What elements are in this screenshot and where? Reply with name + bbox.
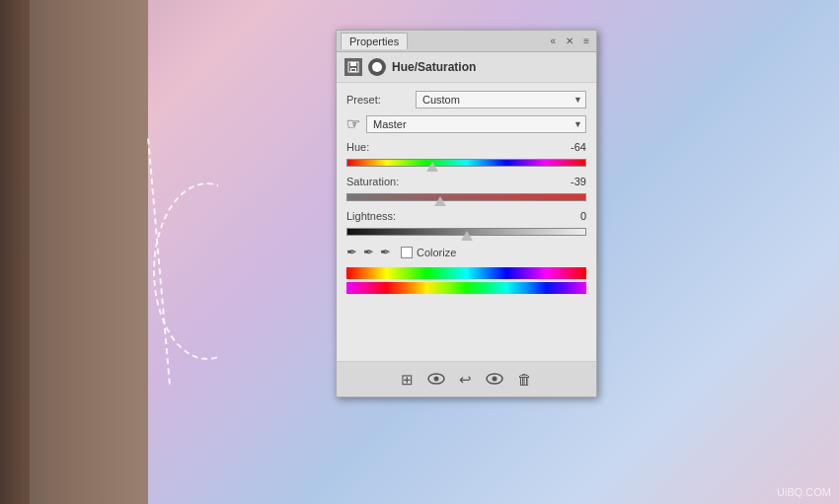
svg-point-7: [493, 377, 497, 382]
preset-select[interactable]: Custom Default Strong Saturation: [416, 91, 586, 108]
saturation-label: Saturation:: [346, 176, 399, 187]
view-button[interactable]: [486, 371, 503, 388]
hue-slider-track-wrapper: [346, 154, 586, 172]
saturation-value: -39: [557, 176, 586, 187]
eyedropper-tools: ✒ ✒ ✒: [346, 245, 397, 259]
saturation-slider-container: [346, 193, 586, 201]
save-adjustment-icon[interactable]: [344, 58, 362, 76]
channel-select-wrapper: Master Reds Yellows Greens Cyans Blues M…: [366, 115, 586, 133]
lightness-label-row: Lightness: 0: [346, 210, 586, 222]
channel-row: ☞ Master Reds Yellows Greens Cyans Blues…: [346, 114, 586, 133]
preset-select-wrapper: Custom Default Strong Saturation ▼: [416, 91, 586, 108]
hue-slider-container: [346, 159, 586, 167]
saturation-section: Saturation: -39: [346, 176, 586, 206]
delete-button[interactable]: 🗑: [517, 371, 532, 388]
lightness-label: Lightness:: [346, 210, 396, 222]
original-hue-bar: [346, 267, 586, 279]
panel-footer: ⊞ ↩ 🗑: [337, 361, 596, 396]
colorize-label: Colorize: [417, 247, 456, 258]
visibility-toggle-button[interactable]: [427, 371, 445, 388]
saturation-label-row: Saturation: -39: [346, 176, 586, 187]
colorize-checkbox[interactable]: [401, 247, 413, 258]
eyedropper-icon[interactable]: ✒: [346, 245, 357, 259]
menu-button[interactable]: ≡: [580, 35, 592, 47]
svg-point-5: [434, 377, 439, 382]
hue-slider-track[interactable]: [346, 159, 586, 167]
svg-rect-3: [351, 69, 355, 71]
lightness-section: Lightness: 0: [346, 210, 586, 241]
mask-icon[interactable]: [368, 58, 386, 76]
panel-tabs: Properties: [341, 33, 408, 49]
panel-header: Hue/Saturation: [337, 52, 596, 83]
panel-controls: « ✕ ≡: [548, 35, 592, 47]
add-layer-button[interactable]: ⊞: [401, 371, 414, 389]
channel-select[interactable]: Master Reds Yellows Greens Cyans Blues M…: [366, 115, 586, 133]
panel-spacer: [337, 302, 596, 361]
eyedropper-minus-icon[interactable]: ✒: [380, 245, 391, 259]
lightness-slider-container: [346, 228, 586, 236]
tower-edge: [0, 0, 30, 504]
saturation-slider-thumb[interactable]: [434, 196, 446, 206]
hue-section: Hue: -64: [346, 141, 586, 172]
hue-value: -64: [557, 141, 586, 153]
shifted-hue-bar: [346, 282, 586, 294]
preset-label: Preset:: [346, 94, 416, 106]
saturation-slider-track[interactable]: [346, 193, 586, 201]
colorize-wrapper: Colorize: [401, 247, 456, 258]
undo-button[interactable]: ↩: [459, 371, 472, 389]
hue-slider-thumb[interactable]: [426, 162, 438, 172]
lightness-slider-track-wrapper: [346, 223, 586, 241]
watermark: UiBQ.COM: [777, 486, 831, 498]
panel-body: Preset: Custom Default Strong Saturation…: [337, 83, 596, 302]
panel-titlebar: Properties « ✕ ≡: [337, 31, 596, 52]
collapse-button[interactable]: «: [548, 35, 560, 47]
lightness-slider-thumb[interactable]: [461, 231, 473, 241]
hue-label-row: Hue: -64: [346, 141, 586, 153]
finger-tool-icon[interactable]: ☞: [346, 114, 360, 133]
svg-rect-1: [350, 62, 356, 66]
lightness-value: 0: [557, 210, 586, 222]
close-button[interactable]: ✕: [563, 35, 576, 47]
saturation-slider-track-wrapper: [346, 188, 586, 206]
properties-panel: Properties « ✕ ≡ Hue/Saturation Pre: [336, 30, 597, 397]
eyedropper-plus-icon[interactable]: ✒: [363, 245, 374, 259]
properties-tab[interactable]: Properties: [341, 33, 408, 49]
panel-title: Hue/Saturation: [392, 60, 476, 74]
hue-label: Hue:: [346, 141, 369, 153]
colorize-row: ✒ ✒ ✒ Colorize: [346, 245, 586, 259]
color-bars: [346, 267, 586, 294]
preset-row: Preset: Custom Default Strong Saturation…: [346, 91, 586, 108]
